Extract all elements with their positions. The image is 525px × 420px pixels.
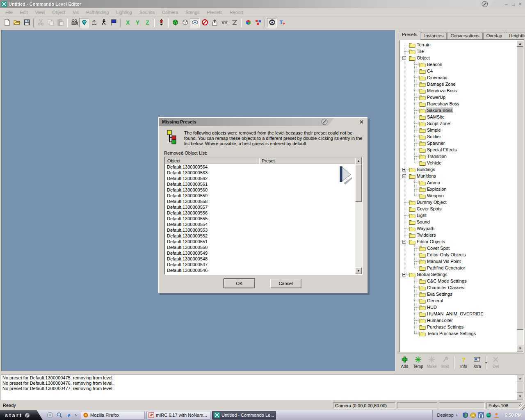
tab-overlap[interactable]: Overlap: [483, 32, 506, 39]
tree-item-script-zone[interactable]: Script Zone: [401, 120, 516, 127]
tree-item-dummy-object[interactable]: Dummy Object: [401, 199, 516, 205]
xtra-button[interactable]: Xtra▾: [470, 355, 484, 370]
menu-presets[interactable]: Presets: [203, 9, 226, 16]
toolbar-text-format-button[interactable]: T: [277, 18, 287, 27]
tree-item-transition[interactable]: Transition: [401, 153, 516, 160]
scroll-down-icon[interactable]: ▼: [517, 393, 523, 399]
object-column-header[interactable]: Object: [165, 158, 259, 164]
tree-item-mendoza-boss[interactable]: Mendoza Boss: [401, 87, 516, 94]
toolbar-no-entry-button[interactable]: [200, 18, 210, 27]
tab-presets[interactable]: Presets: [399, 31, 420, 39]
tree-item-ammo[interactable]: Ammo: [401, 179, 516, 186]
scroll-up-icon[interactable]: ▲: [355, 158, 362, 164]
tree-item-humanloiter[interactable]: HumanLoiter: [401, 317, 516, 324]
toolbar-open-folder-button[interactable]: [12, 18, 22, 27]
tree-item-twiddlers[interactable]: Twiddlers: [401, 232, 516, 238]
removed-object-row[interactable]: Default.1300000551: [165, 239, 355, 244]
tree-item-character-classes[interactable]: Character Classes: [401, 284, 516, 291]
log-scrollbar[interactable]: ▲ ▼: [517, 375, 523, 399]
toolbar-raise-object-button[interactable]: [210, 18, 219, 27]
menu-view[interactable]: View: [32, 9, 49, 16]
tree-item-cover-spots[interactable]: Cover Spots: [401, 205, 516, 212]
tree-item-cover-spot[interactable]: Cover Spot: [401, 245, 516, 251]
removed-object-row[interactable]: Default.1300000546: [165, 267, 355, 273]
removed-object-row[interactable]: Default.1300000561: [165, 181, 355, 187]
add-button[interactable]: Add: [398, 355, 411, 370]
tree-item-powerup[interactable]: PowerUp: [401, 94, 516, 100]
tree-item-soldier[interactable]: Soldier: [401, 133, 516, 140]
tree-item-munitions[interactable]: Munitions: [401, 173, 516, 179]
tree-item-c-c-mode-settings[interactable]: C&C Mode Settings: [401, 278, 516, 284]
menu-edit[interactable]: Edit: [16, 9, 32, 16]
scroll-down-icon[interactable]: ▼: [517, 345, 523, 352]
removed-object-row[interactable]: Default.1300000564: [165, 164, 355, 170]
tree-item-simple[interactable]: Simple: [401, 127, 516, 133]
removed-object-row[interactable]: Default.1300000560: [165, 187, 355, 193]
removed-object-row[interactable]: Default.1300000553: [165, 227, 355, 233]
scroll-up-icon[interactable]: ▲: [517, 375, 523, 381]
toolbar-wire-cube-button[interactable]: [180, 18, 190, 27]
toolbar-solid-cube-button[interactable]: [170, 18, 180, 27]
removed-object-row[interactable]: Default.1300000552: [165, 233, 355, 239]
tree-item-manual-vis-point[interactable]: Manual Vis Point: [401, 258, 516, 265]
toolbar-rotate-axes-button[interactable]: [89, 18, 99, 27]
user-tray-icon[interactable]: [493, 412, 500, 418]
toolbar-camera-button[interactable]: [69, 18, 79, 27]
toolbar-gem-button[interactable]: [79, 18, 89, 27]
tab-conversations[interactable]: Conversations: [447, 32, 482, 39]
removed-object-row[interactable]: Default.1300000549: [165, 250, 355, 256]
tree-item-spawner[interactable]: Spawner: [401, 140, 516, 146]
tree-item-pathfind-generator[interactable]: Pathfind Generator: [401, 265, 516, 271]
info-button[interactable]: ?Info: [457, 355, 470, 370]
desktop-chevron-icon[interactable]: ›: [456, 413, 458, 418]
toolbar-new-document-button[interactable]: [2, 18, 12, 27]
removed-object-row[interactable]: Default.1300000559: [165, 193, 355, 199]
tab-instances[interactable]: Instances: [421, 32, 447, 39]
menu-vis[interactable]: Vis: [69, 9, 82, 16]
tree-item-eva-settings[interactable]: Eva Settings: [401, 291, 516, 297]
menu-pathfinding[interactable]: Pathfinding: [82, 9, 112, 16]
log-scroll-thumb[interactable]: [517, 381, 523, 393]
maximize-button[interactable]: □: [512, 2, 515, 7]
removed-object-row[interactable]: Default.1300000557: [165, 204, 355, 210]
tree-item-human-anim-override[interactable]: HUMAN_ANIM_OVERRIDE: [401, 310, 516, 317]
tree-item-sound[interactable]: Sound: [401, 219, 516, 225]
removed-object-row[interactable]: Default.1300000547: [165, 262, 355, 267]
dropdown-arrow-icon[interactable]: ▾: [485, 361, 487, 365]
tree-item-tile[interactable]: Tile: [401, 48, 516, 55]
task-mozilla-firefox[interactable]: Mozilla Firefox: [81, 411, 145, 420]
tree-item-terrain[interactable]: Terrain: [401, 41, 516, 48]
tree-item-vehicle[interactable]: Vehicle: [401, 160, 516, 166]
scroll-down-icon[interactable]: ▼: [355, 267, 362, 274]
ok-button[interactable]: OK: [224, 279, 255, 288]
toolbar-eye-button[interactable]: [190, 18, 200, 27]
tree-item-c4[interactable]: C4: [401, 68, 516, 74]
tree-item-samsite[interactable]: SAMSite: [401, 114, 516, 120]
menu-object[interactable]: Object: [48, 9, 69, 16]
toolbar-x-axis-button[interactable]: X: [123, 18, 132, 27]
toolbar-drop-to-ground-button[interactable]: [156, 18, 166, 27]
removed-object-row[interactable]: Default.1300000550: [165, 244, 355, 250]
toolbar-save-button[interactable]: [22, 18, 32, 27]
removed-object-row[interactable]: Default.1300000563: [165, 170, 355, 176]
removed-object-row[interactable]: Default.1300000556: [165, 210, 355, 216]
menu-strings[interactable]: Strings: [182, 9, 203, 16]
tree-item-global-settings[interactable]: Global Settings: [401, 271, 516, 278]
tree-item-general[interactable]: General: [401, 297, 516, 304]
toolbar-flag-button[interactable]: [109, 18, 119, 27]
cd-tray-icon[interactable]: [470, 412, 476, 418]
removed-object-row[interactable]: Default.1300000562: [165, 176, 355, 181]
toolbar-walk-figure-button[interactable]: [99, 18, 109, 27]
shield-tray-icon[interactable]: [462, 412, 468, 418]
quick-launch-chevron-icon[interactable]: ›: [75, 412, 77, 418]
tab-heightfield[interactable]: Heightfield: [506, 32, 525, 39]
toolbar-color-blocks-button[interactable]: [253, 18, 263, 27]
removed-object-row[interactable]: Default.1300000555: [165, 216, 355, 221]
tree-item-waypath[interactable]: Waypath: [401, 225, 516, 232]
dialog-close-icon[interactable]: ✕: [359, 119, 364, 125]
tree-item-weapon[interactable]: Weapon: [401, 192, 516, 199]
tree-item-editor-only-objects[interactable]: Editor Only Objects: [401, 251, 516, 258]
menu-lighting[interactable]: Lighting: [112, 9, 136, 16]
list-scroll-thumb[interactable]: [355, 164, 362, 202]
removed-object-row[interactable]: Default.1300000548: [165, 256, 355, 262]
